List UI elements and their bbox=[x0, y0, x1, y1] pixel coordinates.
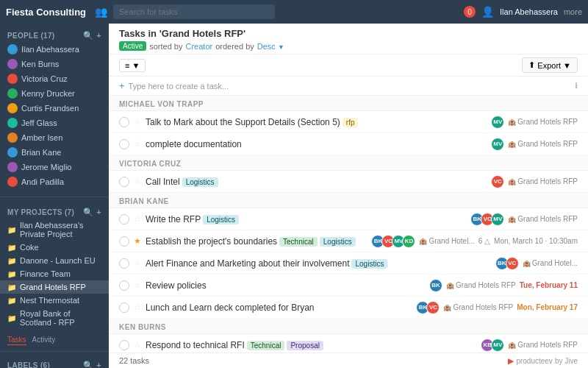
task-checkbox[interactable] bbox=[119, 139, 129, 149]
task-tag[interactable]: Technical bbox=[247, 341, 285, 350]
content-header: Tasks in 'Grand Hotels RFP' Active sorte… bbox=[109, 24, 588, 54]
task-checkbox[interactable] bbox=[119, 117, 129, 127]
sidebar-person-item[interactable]: Ilan Abehassera bbox=[0, 42, 109, 57]
task-name: Lunch and Learn deck completed for Bryan bbox=[146, 302, 412, 313]
desc-sort-link[interactable]: Desc ▼ bbox=[257, 42, 284, 51]
projects-header: My Projects (7) 🔍 + bbox=[0, 205, 109, 219]
task-row: ☆ Write the RFPLogistics BKVCMV 🏨Grand H… bbox=[109, 208, 588, 230]
task-checkbox[interactable] bbox=[119, 177, 129, 187]
tasks-list: MICHAEL VON TRAPP ☆ Talk to Mark about t… bbox=[109, 96, 588, 353]
avatar-stack: BKVC bbox=[416, 301, 440, 314]
task-tag[interactable]: Logistics bbox=[182, 177, 218, 187]
footer: 22 tasks ▶ producteev by Jive bbox=[109, 353, 588, 368]
task-project-link[interactable]: 🏨Grand Hotel... bbox=[523, 259, 578, 267]
projects-section: My Projects (7) 🔍 + 📁Ilan Abehassera's P… bbox=[0, 200, 109, 333]
avatar-stack: BKVCMVKD bbox=[371, 235, 415, 248]
task-tag[interactable]: Proposal bbox=[287, 341, 323, 350]
task-name: Talk to Mark about the Support Details (… bbox=[146, 117, 487, 127]
task-checkbox[interactable] bbox=[119, 236, 129, 247]
task-row: ☆ Alert Finance and Marketing about thei… bbox=[109, 252, 588, 275]
task-checkbox[interactable] bbox=[119, 302, 129, 313]
task-tag[interactable]: Technical bbox=[279, 237, 318, 247]
sidebar-person-item[interactable]: Andi Padilla bbox=[0, 174, 109, 189]
sidebar-person-item[interactable]: Jeff Glass bbox=[0, 116, 109, 130]
user-avatar-icon: 👤 bbox=[481, 6, 494, 18]
sidebar-project-item[interactable]: 📁Ilan Abehassera's Private Project bbox=[0, 219, 109, 241]
tab-activity[interactable]: Activity bbox=[32, 335, 56, 345]
task-project-link[interactable]: 🏨Grand Hotels RFP bbox=[508, 215, 578, 223]
labels-search-icon[interactable]: 🔍 bbox=[83, 361, 93, 368]
sidebar-person-item[interactable]: Victoria Cruz bbox=[0, 71, 109, 86]
task-star[interactable]: ☆ bbox=[134, 258, 141, 268]
sidebar-person-item[interactable]: Kenny Drucker bbox=[0, 86, 109, 101]
task-project-link[interactable]: 🏨Grand Hotels RFP bbox=[508, 118, 578, 126]
group-header: KEN BURNS bbox=[109, 319, 588, 334]
notification-badge[interactable]: 0 bbox=[464, 6, 476, 18]
project-subtabs: Tasks Activity bbox=[0, 333, 109, 348]
task-star[interactable]: ☆ bbox=[134, 340, 141, 350]
sidebar-person-item[interactable]: Brian Kane bbox=[0, 145, 109, 160]
task-star[interactable]: ☆ bbox=[134, 139, 141, 149]
task-row: ☆ complete documentation MV 🏨Grand Hotel… bbox=[109, 133, 588, 155]
search-input[interactable] bbox=[113, 4, 275, 19]
task-project-link[interactable]: 🏨Grand Hotels RFP bbox=[443, 303, 513, 311]
task-checkbox[interactable] bbox=[119, 258, 129, 269]
tab-tasks[interactable]: Tasks bbox=[7, 335, 26, 345]
brand-name: Fiesta Consulting bbox=[6, 7, 86, 18]
sidebar-person-item[interactable]: Amber Isen bbox=[0, 130, 109, 145]
task-name: Review policies bbox=[146, 280, 425, 291]
sidebar-project-item[interactable]: 📁Nest Thermostat bbox=[0, 294, 109, 307]
sidebar-project-item[interactable]: 📁Finance Team bbox=[0, 267, 109, 280]
task-date: Mon, March 10 · 10:30am bbox=[494, 237, 578, 245]
task-tag[interactable]: Logistics bbox=[320, 237, 356, 247]
export-chevron-icon: ▼ bbox=[563, 61, 571, 70]
add-task-row[interactable]: + Type here to create a task... ℹ bbox=[109, 77, 588, 96]
sidebar-person-item[interactable]: Ken Burns bbox=[0, 57, 109, 71]
task-star[interactable]: ☆ bbox=[134, 302, 141, 312]
creator-sort-link[interactable]: Creator bbox=[185, 42, 212, 51]
task-tag[interactable]: rfp bbox=[343, 118, 359, 127]
task-star[interactable]: ☆ bbox=[134, 117, 141, 127]
task-project-link[interactable]: 🏨Grand Hotel... bbox=[419, 237, 474, 245]
sidebar-project-item[interactable]: 📁Grand Hotels RFP bbox=[0, 280, 109, 294]
task-count: 22 tasks bbox=[119, 356, 149, 365]
sidebar-project-item[interactable]: 📁Danone - Launch EU bbox=[0, 254, 109, 267]
more-button[interactable]: more bbox=[564, 7, 582, 16]
task-name: Establish the project's boundariesTechni… bbox=[146, 236, 367, 247]
task-project-link[interactable]: 🏨Grand Hotels RFP bbox=[446, 281, 516, 289]
task-project-link[interactable]: 🏨Grand Hotels RFP bbox=[508, 341, 578, 349]
task-row: ★ Establish the project's boundariesTech… bbox=[109, 230, 588, 252]
labels-add-icon[interactable]: + bbox=[96, 361, 101, 368]
projects-list: 📁Ilan Abehassera's Private Project📁Coke📁… bbox=[0, 219, 109, 329]
sidebar-person-item[interactable]: Jerome Miglio bbox=[0, 160, 109, 174]
task-checkbox[interactable] bbox=[119, 340, 129, 350]
sidebar-project-item[interactable]: 📁Coke bbox=[0, 241, 109, 254]
task-name: Alert Finance and Marketing about their … bbox=[146, 258, 491, 269]
add-task-plus-icon: + bbox=[119, 80, 125, 91]
task-tag[interactable]: Logistics bbox=[203, 215, 239, 224]
projects-search-icon[interactable]: 🔍 bbox=[83, 208, 93, 217]
task-project-link[interactable]: 🏨Grand Hotels RFP bbox=[508, 177, 578, 185]
projects-add-icon[interactable]: + bbox=[96, 208, 101, 217]
people-search-icon[interactable]: 🔍 bbox=[83, 31, 93, 40]
people-label: People (17) bbox=[7, 32, 54, 40]
producteev-badge: ▶ producteev by Jive bbox=[508, 357, 578, 365]
filter-button[interactable]: ≡ ▼ bbox=[119, 59, 146, 72]
team-icon[interactable]: 👥 bbox=[95, 6, 107, 18]
task-tag[interactable]: Logistics bbox=[351, 259, 387, 269]
projects-label: My Projects (7) bbox=[7, 208, 74, 216]
task-project-link[interactable]: 🏨Grand Hotels RFP bbox=[508, 140, 578, 148]
top-nav: Fiesta Consulting 👥 0 👤 Ilan Abehassera … bbox=[0, 0, 588, 24]
task-star[interactable]: ☆ bbox=[134, 214, 141, 224]
people-add-icon[interactable]: + bbox=[96, 31, 101, 40]
task-star[interactable]: ☆ bbox=[134, 177, 141, 186]
task-date: Tue, February 11 bbox=[520, 281, 578, 289]
task-star[interactable]: ☆ bbox=[134, 280, 141, 290]
sidebar-project-item[interactable]: 📁Royal Bank of Scotland - RFP bbox=[0, 307, 109, 329]
task-checkbox[interactable] bbox=[119, 214, 129, 224]
export-button[interactable]: ⬆ Export ▼ bbox=[522, 57, 578, 73]
task-star[interactable]: ★ bbox=[134, 236, 141, 246]
sidebar-person-item[interactable]: Curtis Frandsen bbox=[0, 101, 109, 116]
task-checkbox[interactable] bbox=[119, 280, 129, 291]
project-icon: 🏨 bbox=[446, 282, 454, 289]
